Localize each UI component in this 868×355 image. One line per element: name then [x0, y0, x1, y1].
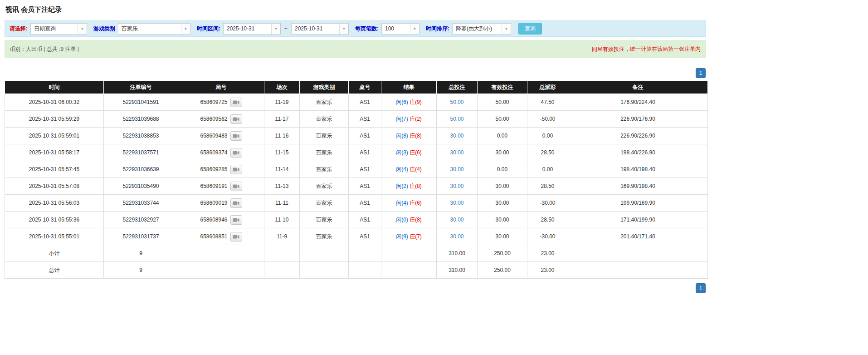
game-type-select[interactable]: 百家乐 ▼ — [118, 23, 190, 35]
video-replay-button[interactable] — [230, 131, 242, 141]
video-replay-button[interactable] — [230, 182, 242, 191]
total-bet-link[interactable]: 30.00 — [450, 166, 463, 173]
result-banker: 庄(7) — [410, 233, 422, 240]
total-bet-link[interactable]: 30.00 — [450, 233, 463, 240]
result-banker: 庄(4) — [410, 166, 422, 173]
video-replay-button[interactable] — [230, 215, 242, 225]
cell-remark: 171.40/199.90 — [568, 212, 708, 228]
sort-order-value: 降幂(由大到小) — [453, 24, 502, 34]
total-bet-link[interactable]: 30.00 — [450, 217, 463, 223]
result-player: 闲(9) — [396, 233, 408, 240]
cell-round: 658609483 — [178, 128, 264, 144]
cell-table-no: AS1 — [349, 111, 381, 128]
empty-cell — [300, 262, 349, 279]
sort-order-select[interactable]: 降幂(由大到小) ▼ — [452, 23, 511, 35]
date-from-select[interactable]: 2025-10-31 ▼ — [223, 23, 281, 35]
date-to-select[interactable]: 2025-10-31 ▼ — [291, 23, 349, 35]
cell-total-bet: 30.00 — [437, 212, 478, 228]
round-number: 658609562 — [200, 115, 227, 122]
round-number: 658609285 — [200, 166, 227, 172]
video-replay-button[interactable] — [230, 198, 242, 208]
chevron-down-icon[interactable]: ▼ — [339, 24, 348, 34]
total-bet-link[interactable]: 50.00 — [450, 99, 463, 105]
cell-result: 闲(6) 庄(9) — [381, 94, 437, 111]
round-number: 658609374 — [200, 149, 227, 155]
date-type-select[interactable]: 日期查询 ▼ — [30, 23, 87, 35]
cell-round: 658609725 — [178, 94, 264, 111]
search-button[interactable]: 查询 — [518, 23, 542, 35]
video-replay-button[interactable] — [230, 98, 242, 107]
table-row: 2025-10-31 05:57:08 522931035490 6586091… — [5, 178, 708, 195]
video-replay-button[interactable] — [230, 148, 242, 158]
cell-result: 闲(0) 庄(8) — [381, 212, 437, 228]
cell-remark: 169.90/198.40 — [568, 178, 708, 195]
chevron-down-icon[interactable]: ▼ — [181, 24, 190, 34]
cell-payout: -50.00 — [527, 111, 568, 128]
chevron-down-icon[interactable]: ▼ — [271, 24, 280, 34]
cell-remark: 198.40/226.90 — [568, 144, 708, 161]
video-camera-icon — [233, 184, 239, 189]
cell-payout: 28.50 — [527, 144, 568, 161]
cell-remark: 226.90/176.90 — [568, 111, 708, 128]
total-bet-link[interactable]: 30.00 — [450, 149, 463, 156]
cell-result: 闲(2) 庄(8) — [381, 178, 437, 195]
page-number-button[interactable]: 1 — [696, 68, 706, 78]
header-round: 局号 — [178, 81, 264, 94]
chevron-down-icon[interactable]: ▼ — [410, 24, 419, 34]
cell-valid-bet: 0.00 — [478, 128, 527, 144]
cell-round: 658609562 — [178, 111, 264, 128]
cell-session: 11-13 — [264, 178, 300, 195]
chevron-down-icon[interactable]: ▼ — [502, 24, 511, 34]
result-player: 闲(0) — [396, 217, 408, 223]
result-player: 闲(3) — [396, 149, 408, 156]
cell-total-bet: 30.00 — [437, 128, 478, 144]
total-bet-link[interactable]: 30.00 — [450, 183, 463, 189]
pagination-top: 1 — [5, 68, 706, 78]
video-camera-icon — [233, 100, 239, 105]
result-banker: 庄(8) — [410, 133, 422, 139]
header-remark: 备注 — [568, 81, 708, 94]
cell-valid-bet: 30.00 — [478, 144, 527, 161]
table-row: 2025-10-31 05:55:36 522931032927 6586089… — [5, 212, 708, 228]
video-replay-button[interactable] — [230, 114, 242, 124]
cell-time: 2025-10-31 05:56:03 — [5, 195, 104, 212]
video-camera-icon — [233, 167, 239, 172]
cell-table-no: AS1 — [349, 178, 381, 195]
cell-total-bet: 30.00 — [437, 195, 478, 212]
cell-total-bet: 50.00 — [437, 111, 478, 128]
page-number-button[interactable]: 1 — [696, 283, 706, 293]
round-number: 658609483 — [200, 132, 227, 138]
header-session: 场次 — [264, 81, 300, 94]
cell-remark: 198.40/198.40 — [568, 161, 708, 178]
chevron-down-icon[interactable]: ▼ — [78, 24, 87, 34]
round-number: 658608946 — [200, 216, 227, 222]
sort-order-label: 时间排序: — [426, 25, 449, 33]
total-bet-link[interactable]: 30.00 — [450, 133, 463, 139]
cell-round: 658609374 — [178, 144, 264, 161]
page-size-label: 每页笔数: — [355, 25, 379, 33]
total-total-bet: 310.00 — [437, 262, 478, 279]
cell-time: 2025-10-31 05:55:36 — [5, 212, 104, 228]
result-player: 闲(7) — [396, 116, 408, 122]
cell-valid-bet: 50.00 — [478, 94, 527, 111]
header-game-type: 游戏类别 — [300, 81, 349, 94]
cell-game-type: 百家乐 — [300, 178, 349, 195]
page-size-select[interactable]: 100 ▼ — [381, 23, 419, 35]
header-time: 时间 — [5, 81, 104, 94]
video-replay-button[interactable] — [230, 232, 242, 242]
currency-summary-text: 币别：人民币 | 总共 :9 注单 | — [10, 45, 79, 53]
cell-game-type: 百家乐 — [300, 111, 349, 128]
cell-payout: 28.50 — [527, 178, 568, 195]
result-banker: 庄(8) — [410, 183, 422, 189]
cell-payout: 0.00 — [527, 161, 568, 178]
cell-table-no: AS1 — [349, 144, 381, 161]
cell-session: 11-10 — [264, 212, 300, 228]
total-bet-link[interactable]: 50.00 — [450, 116, 463, 122]
cell-time: 2025-10-31 05:57:45 — [5, 161, 104, 178]
total-row: 总计 9 310.00 250.00 23.00 — [5, 262, 708, 279]
total-bet-link[interactable]: 30.00 — [450, 200, 463, 206]
cell-result: 闲(8) 庄(8) — [381, 128, 437, 144]
cell-bet-id: 522931032927 — [104, 212, 178, 228]
video-replay-button[interactable] — [230, 165, 242, 174]
info-bar: 币别：人民币 | 总共 :9 注单 | 同局有效投注，统一计算在该局第一张注单内 — [5, 40, 706, 58]
